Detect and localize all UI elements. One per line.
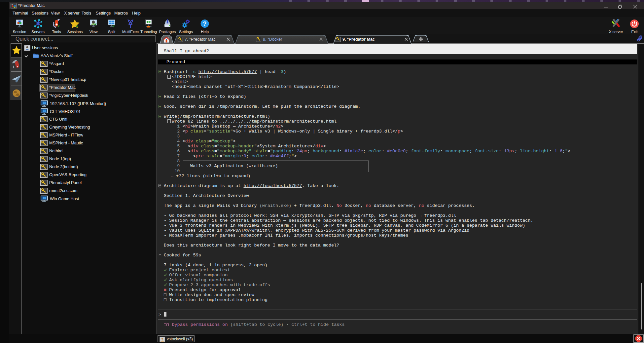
svg-text:?: ? xyxy=(203,20,207,27)
